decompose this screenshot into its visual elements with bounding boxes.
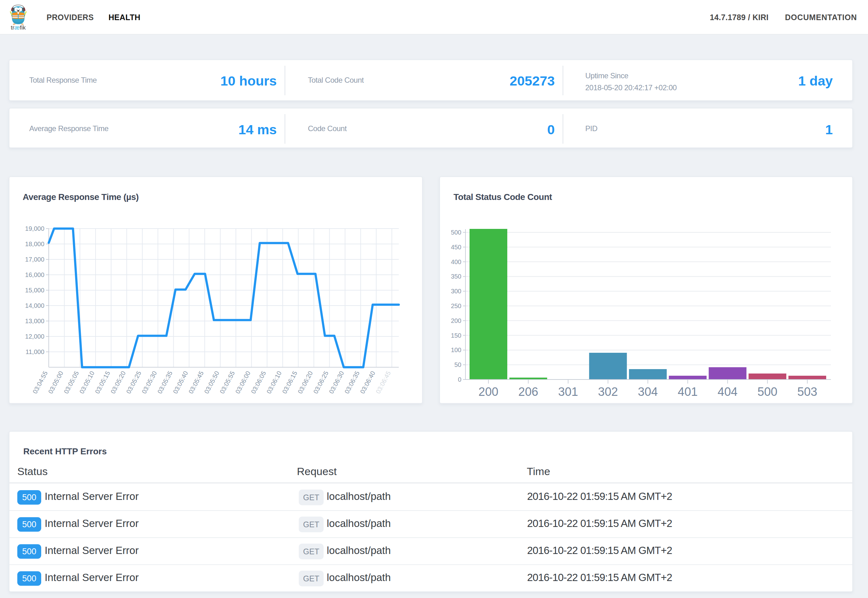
svg-text:træfik: træfik xyxy=(11,24,26,31)
svg-text:03:05:30: 03:05:30 xyxy=(141,370,158,395)
svg-text:150: 150 xyxy=(451,332,461,339)
svg-text:16,000: 16,000 xyxy=(25,271,44,278)
svg-text:03:05:10: 03:05:10 xyxy=(78,370,96,395)
svg-text:15,000: 15,000 xyxy=(25,287,44,294)
svg-text:100: 100 xyxy=(451,347,461,353)
svg-text:503: 503 xyxy=(797,385,817,398)
svg-text:500: 500 xyxy=(451,229,461,236)
svg-text:03:06:40: 03:06:40 xyxy=(359,370,376,395)
svg-text:404: 404 xyxy=(718,385,738,398)
svg-text:03:05:35: 03:05:35 xyxy=(156,370,174,395)
svg-text:03:05:40: 03:05:40 xyxy=(172,370,189,395)
svg-text:03:06:35: 03:06:35 xyxy=(343,370,361,395)
svg-text:350: 350 xyxy=(451,273,461,280)
svg-text:03:06:30: 03:06:30 xyxy=(328,370,345,395)
svg-text:03:05:45: 03:05:45 xyxy=(187,370,205,395)
svg-text:50: 50 xyxy=(455,361,461,368)
svg-text:206: 206 xyxy=(518,385,538,398)
svg-text:03:06:05: 03:06:05 xyxy=(250,370,267,395)
svg-text:400: 400 xyxy=(451,259,461,265)
svg-text:03:05:50: 03:05:50 xyxy=(203,370,220,395)
svg-text:301: 301 xyxy=(558,385,578,398)
svg-text:401: 401 xyxy=(678,385,697,398)
svg-text:03:05:05: 03:05:05 xyxy=(63,370,80,395)
svg-text:250: 250 xyxy=(451,302,461,309)
svg-text:200: 200 xyxy=(451,317,461,324)
svg-text:03:05:00: 03:05:00 xyxy=(47,370,64,395)
svg-text:450: 450 xyxy=(451,244,461,251)
svg-text:200: 200 xyxy=(478,385,498,398)
svg-text:03:06:25: 03:06:25 xyxy=(312,370,329,395)
svg-text:300: 300 xyxy=(451,288,461,295)
svg-text:03:06:00: 03:06:00 xyxy=(234,370,251,395)
svg-text:03:05:55: 03:05:55 xyxy=(218,370,236,395)
svg-text:03:05:15: 03:05:15 xyxy=(94,370,111,395)
svg-text:03:06:20: 03:06:20 xyxy=(296,370,314,395)
svg-text:18,000: 18,000 xyxy=(25,241,44,247)
svg-text:03:06:10: 03:06:10 xyxy=(265,370,283,395)
svg-text:03:06:15: 03:06:15 xyxy=(281,370,298,395)
svg-text:03:04:55: 03:04:55 xyxy=(31,370,49,395)
svg-text:12,000: 12,000 xyxy=(25,333,44,340)
svg-text:17,000: 17,000 xyxy=(25,256,44,263)
svg-text:03:05:20: 03:05:20 xyxy=(109,370,127,395)
svg-text:13,000: 13,000 xyxy=(25,318,44,324)
svg-text:304: 304 xyxy=(638,385,658,398)
svg-text:11,000: 11,000 xyxy=(25,348,44,355)
svg-text:0: 0 xyxy=(458,376,461,383)
svg-text:14,000: 14,000 xyxy=(25,302,44,309)
svg-text:03:06:45: 03:06:45 xyxy=(374,370,392,395)
svg-text:500: 500 xyxy=(757,385,777,398)
svg-text:302: 302 xyxy=(598,385,618,398)
svg-text:19,000: 19,000 xyxy=(25,225,44,232)
svg-text:03:05:25: 03:05:25 xyxy=(125,370,142,395)
